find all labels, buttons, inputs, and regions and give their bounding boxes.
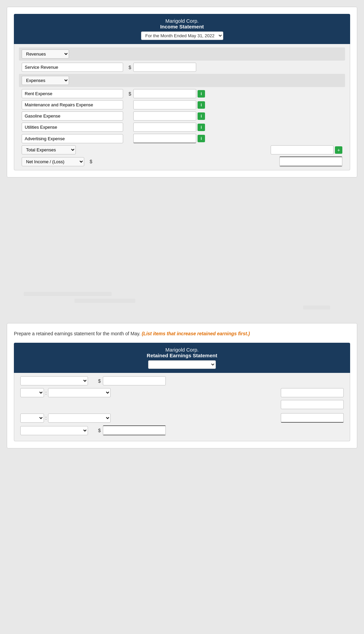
service-revenue-row: $ — [19, 63, 345, 72]
retained-earnings-section: Prepare a retained earnings statement fo… — [7, 323, 357, 448]
retained-total-select[interactable] — [20, 426, 88, 435]
rent-expense-info-button[interactable]: i — [198, 90, 205, 98]
retained-total-amount[interactable] — [103, 425, 166, 436]
retained-earnings-body: $ : : — [14, 373, 350, 441]
expenses-section-select[interactable]: Expenses — [22, 76, 69, 85]
retained-row2b-amount[interactable] — [281, 400, 344, 409]
retained-total-dollar: $ — [98, 428, 101, 433]
retained-company-name: Marigold Corp. — [19, 347, 345, 353]
retained-row1-dollar: $ — [98, 378, 101, 384]
total-expenses-row: Total Expenses + — [19, 145, 345, 154]
net-income-select[interactable]: Net Income / (Loss) — [22, 157, 84, 166]
retained-statement-title: Retained Earnings Statement — [19, 353, 345, 358]
advertising-expense-amount[interactable] — [133, 134, 196, 143]
retained-row3-select1[interactable] — [20, 414, 44, 423]
income-table-body: Revenues $ Expenses $ i $ i — [14, 44, 350, 170]
income-statement-header: Marigold Corp. Income Statement For the … — [14, 14, 350, 44]
maintenance-expense-label[interactable] — [22, 100, 123, 109]
revenues-section-select[interactable]: Revenues — [22, 49, 69, 59]
net-income-row: Net Income / (Loss) $ — [19, 156, 345, 167]
expenses-section-header: Expenses — [19, 74, 345, 87]
date-select[interactable]: For the Month Ended May 31, 2022 — [141, 31, 223, 40]
service-revenue-label[interactable] — [22, 63, 123, 72]
intro-text: Prepare a retained earnings statement fo… — [14, 330, 350, 337]
utilities-expense-label[interactable] — [22, 123, 123, 132]
retained-earnings-header: Marigold Corp. Retained Earnings Stateme… — [14, 343, 350, 373]
maintenance-expense-info-button[interactable]: i — [198, 101, 205, 109]
statement-title: Income Statement — [19, 24, 345, 29]
rent-expense-row: $ i — [19, 89, 345, 98]
retained-row3-colon: : — [45, 415, 47, 421]
income-statement-section: Marigold Corp. Income Statement For the … — [7, 7, 357, 177]
retained-row2: : — [19, 388, 345, 397]
service-revenue-dollar: $ — [129, 65, 131, 70]
utilities-expense-amount[interactable] — [133, 123, 196, 132]
retained-total-row: $ — [19, 425, 345, 436]
rent-dollar: $ — [129, 91, 131, 97]
gasoline-expense-label[interactable] — [22, 111, 123, 121]
utilities-expense-info-button[interactable]: i — [198, 124, 205, 131]
rent-expense-label[interactable] — [22, 89, 123, 98]
total-expenses-amount[interactable] — [271, 145, 334, 154]
net-income-dollar: $ — [90, 159, 92, 164]
advertising-expense-info-button[interactable]: i — [198, 135, 205, 142]
retained-row2-select2[interactable] — [48, 388, 111, 397]
net-income-amount[interactable] — [279, 156, 342, 167]
retained-date-dropdown-container[interactable] — [19, 360, 345, 369]
service-revenue-amount[interactable] — [133, 63, 196, 72]
company-name: Marigold Corp. — [19, 18, 345, 24]
rent-expense-amount[interactable] — [133, 89, 196, 98]
revenues-section-header: Revenues — [19, 47, 345, 61]
spacer-area — [7, 188, 357, 323]
retained-row2-amount[interactable] — [281, 388, 344, 397]
watermark — [7, 188, 357, 323]
gasoline-expense-info-button[interactable]: i — [198, 112, 205, 120]
retained-row1-select[interactable] — [20, 376, 88, 385]
advertising-expense-label[interactable] — [22, 134, 123, 143]
intro-highlight: (List items that increase retained earni… — [142, 331, 250, 336]
date-dropdown-container[interactable]: For the Month Ended May 31, 2022 — [141, 31, 223, 40]
advertising-expense-row: $ i — [19, 134, 345, 143]
gasoline-expense-row: $ i — [19, 111, 345, 121]
retained-row3-select2[interactable] — [48, 414, 111, 423]
maintenance-expense-row: $ i — [19, 100, 345, 109]
retained-row2-colon: : — [45, 390, 47, 396]
retained-row3-amount[interactable] — [281, 413, 344, 423]
utilities-expense-row: $ i — [19, 123, 345, 132]
retained-row3: : — [19, 413, 345, 423]
retained-row1: $ — [19, 376, 345, 385]
intro-text-main: Prepare a retained earnings statement fo… — [14, 331, 140, 336]
gasoline-expense-amount[interactable] — [133, 111, 196, 121]
retained-row2-select1[interactable] — [20, 388, 44, 397]
retained-date-select[interactable] — [148, 360, 216, 369]
maintenance-expense-amount[interactable] — [133, 100, 196, 109]
total-expenses-select[interactable]: Total Expenses — [22, 145, 76, 154]
total-expenses-green-button[interactable]: + — [335, 146, 342, 154]
retained-row1-amount[interactable] — [103, 376, 166, 385]
